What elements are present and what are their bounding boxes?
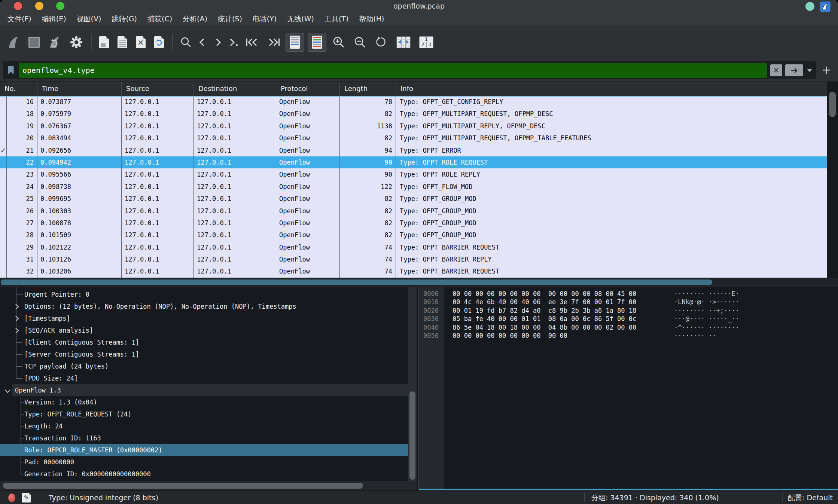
packet-row[interactable]: 160.073877127.0.0.1127.0.0.1OpenFlow78Ty… <box>0 96 827 108</box>
go-first-button[interactable] <box>244 34 261 51</box>
packet-row-selected[interactable]: 220.094942127.0.0.1127.0.0.1OpenFlow90Ty… <box>0 156 827 168</box>
go-last-button[interactable] <box>265 34 282 51</box>
detail-row[interactable]: Transaction ID: 1163 <box>0 432 408 444</box>
tray-status-icon[interactable] <box>805 2 814 11</box>
menu-statistics[interactable]: 统计(S) <box>213 12 247 25</box>
detail-row-expandable[interactable]: [Timestamps] <box>0 312 408 324</box>
detail-row-expandable[interactable]: Options: (12 bytes), No-Operation (NOP),… <box>0 300 408 312</box>
menu-capture[interactable]: 捕获(C) <box>142 12 177 25</box>
details-horizontal-scrollbar[interactable] <box>0 481 417 491</box>
hex-row[interactable]: 002000 01 19 fd b7 82 d4 a0 c8 9b 2b 3b … <box>419 306 838 315</box>
shark-fin-icon <box>821 3 829 11</box>
menu-file[interactable]: 文件(F) <box>2 12 37 25</box>
hex-row[interactable]: 000000 00 00 00 00 00 00 00 00 00 00 00 … <box>419 290 838 298</box>
packet-list-horizontal-scrollbar[interactable] <box>0 278 838 287</box>
menu-help[interactable]: 帮助(H) <box>354 12 389 25</box>
details-vertical-scrollbar[interactable] <box>408 287 417 481</box>
menu-analyze[interactable]: 分析(A) <box>177 12 213 25</box>
chevron-right-icon[interactable] <box>13 316 19 322</box>
detail-row[interactable]: [Server Contiguous Streams: 1] <box>0 348 408 360</box>
detail-row[interactable]: Type: OFPT_ROLE_REQUEST (24) <box>0 408 408 420</box>
capture-start-button[interactable] <box>4 34 22 51</box>
go-to-packet-button[interactable] <box>226 34 240 51</box>
packet-row[interactable]: 310.103126127.0.0.1127.0.0.1OpenFlow74Ty… <box>0 253 827 265</box>
menu-view[interactable]: 视图(V) <box>71 12 107 25</box>
find-packet-button[interactable] <box>177 34 195 51</box>
packet-row[interactable]: 200.083494127.0.0.1127.0.0.1OpenFlow82Ty… <box>0 132 827 144</box>
column-header-length[interactable]: Length <box>340 82 396 96</box>
layout-columns-button[interactable]: 1 23 <box>417 34 436 51</box>
colorize-toggle[interactable] <box>308 33 326 52</box>
close-file-button[interactable]: ✕ <box>133 34 148 51</box>
chevron-right-icon[interactable] <box>13 304 19 310</box>
zoom-out-button[interactable] <box>351 34 369 51</box>
reload-file-button[interactable] <box>152 34 167 51</box>
detail-row-expandable[interactable]: [SEQ/ACK analysis] <box>0 324 408 336</box>
chevron-down-icon[interactable] <box>5 387 11 393</box>
packet-row[interactable]: 230.095566127.0.0.1127.0.0.1OpenFlow90Ty… <box>0 168 827 180</box>
open-file-button[interactable] <box>97 34 112 51</box>
display-filter-input[interactable]: openflow_v4.type <box>19 63 767 78</box>
filter-bookmark-button[interactable] <box>3 61 19 79</box>
column-header-source[interactable]: Source <box>122 82 194 96</box>
packet-row[interactable]: 290.102122127.0.0.1127.0.0.1OpenFlow74Ty… <box>0 241 827 253</box>
detail-row[interactable]: TCP payload (24 bytes) <box>0 360 408 372</box>
hex-row[interactable]: 001000 4c 4e 6b 40 00 40 06 ee 3e 7f 00 … <box>419 298 838 306</box>
detail-row[interactable]: Length: 24 <box>0 420 408 432</box>
profile-selector[interactable]: 配置: Default <box>788 491 833 504</box>
expert-info-icon[interactable] <box>8 494 15 502</box>
detail-row[interactable]: Urgent Pointer: 0 <box>0 288 408 300</box>
packet-row[interactable]: 250.099695127.0.0.1127.0.0.1OpenFlow82Ty… <box>0 193 827 205</box>
detail-row-protocol-openflow[interactable]: OpenFlow 1.3 <box>0 384 408 396</box>
packet-row-marked[interactable]: 210.092656127.0.0.1127.0.0.1OpenFlow94Ty… <box>0 144 827 156</box>
packet-row[interactable]: 270.100878127.0.0.1127.0.0.1OpenFlow82Ty… <box>0 217 827 229</box>
chevron-right-icon[interactable] <box>13 328 19 334</box>
resize-columns-button[interactable] <box>394 34 413 51</box>
zoom-reset-button[interactable] <box>372 34 390 51</box>
packet-list-vertical-scrollbar[interactable] <box>827 82 838 278</box>
packet-row[interactable]: 180.075979127.0.0.1127.0.0.1OpenFlow82Ty… <box>0 108 827 120</box>
filter-apply-button[interactable]: ➜ <box>785 64 803 76</box>
save-file-button[interactable] <box>115 34 130 51</box>
wireshark-app-icon[interactable] <box>820 1 831 12</box>
packet-row[interactable]: 190.076367127.0.0.1127.0.0.1OpenFlow1138… <box>0 120 827 132</box>
detail-row[interactable]: Pad: 00000000 <box>0 456 408 468</box>
menu-telephony[interactable]: 电话(Y) <box>247 12 282 25</box>
menu-tools[interactable]: 工具(T) <box>319 12 354 25</box>
menu-go[interactable]: 跳转(G) <box>106 12 142 25</box>
capture-comment-icon[interactable]: ✎ <box>22 493 31 503</box>
filter-add-button[interactable]: + <box>820 64 832 76</box>
scrollbar-thumb[interactable] <box>409 391 415 480</box>
hex-row[interactable]: 005000 00 00 00 00 00 00 00 00 00·······… <box>419 332 838 340</box>
scrollbar-thumb[interactable] <box>3 483 363 489</box>
capture-options-button[interactable] <box>67 34 86 51</box>
detail-row-selected[interactable]: Role: OFPCR_ROLE_MASTER (0x00000002) <box>0 444 408 456</box>
menu-edit[interactable]: 编辑(E) <box>37 12 71 25</box>
hex-row[interactable]: 004086 5e 04 18 00 18 00 00 04 8b 00 00 … <box>419 323 838 332</box>
scrollbar-thumb[interactable] <box>829 92 836 117</box>
column-header-protocol[interactable]: Protocol <box>276 82 340 96</box>
scrollbar-thumb[interactable] <box>1 280 712 285</box>
capture-restart-button[interactable] <box>46 34 64 51</box>
packet-row[interactable]: 260.100303127.0.0.1127.0.0.1OpenFlow82Ty… <box>0 205 827 217</box>
capture-stop-button[interactable] <box>26 34 42 51</box>
go-forward-button[interactable] <box>212 34 222 51</box>
column-header-info[interactable]: Info <box>396 82 838 96</box>
filter-dropdown-caret[interactable] <box>807 69 812 72</box>
hex-row[interactable]: 003005 ba fe 40 00 00 01 01 08 0a 00 0c … <box>419 315 838 323</box>
detail-row[interactable]: [PDU Size: 24] <box>0 372 408 384</box>
auto-scroll-toggle[interactable] <box>286 33 304 52</box>
column-header-time[interactable]: Time <box>37 82 122 96</box>
column-header-no[interactable]: No. <box>0 82 37 96</box>
go-back-button[interactable] <box>198 34 208 51</box>
packet-row[interactable]: 320.103206127.0.0.1127.0.0.1OpenFlow74Ty… <box>0 265 827 277</box>
packet-row[interactable]: 280.101509127.0.0.1127.0.0.1OpenFlow82Ty… <box>0 229 827 241</box>
detail-row[interactable]: Version: 1.3 (0x04) <box>0 396 408 408</box>
filter-clear-button[interactable]: ✕ <box>770 64 782 76</box>
packet-row[interactable]: 240.098738127.0.0.1127.0.0.1OpenFlow122T… <box>0 181 827 193</box>
menu-wireless[interactable]: 无线(W) <box>282 12 319 25</box>
detail-row[interactable]: [Client Contiguous Streams: 1] <box>0 336 408 348</box>
column-header-destination[interactable]: Destination <box>194 82 276 96</box>
detail-row[interactable]: Generation ID: 0x0000000000000000 <box>0 468 408 480</box>
zoom-in-button[interactable] <box>330 34 348 51</box>
